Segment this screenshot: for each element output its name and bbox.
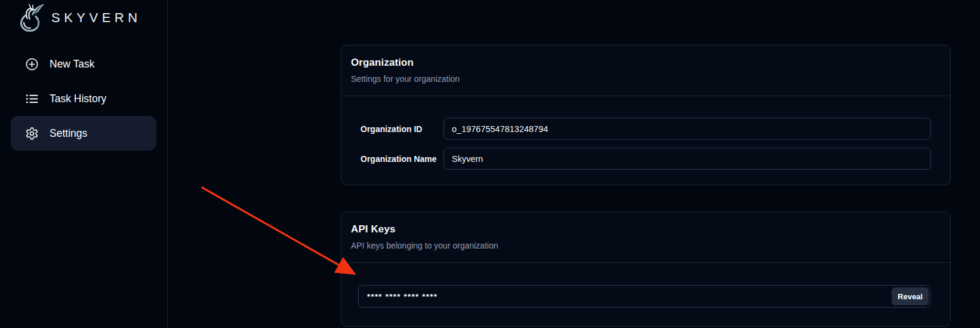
- api-keys-card-header: API Keys API keys belonging to your orga…: [341, 212, 950, 263]
- sidebar-item-settings[interactable]: Settings: [11, 116, 156, 151]
- sidebar-item-new-task[interactable]: New Task: [11, 47, 156, 81]
- organization-id-label: Organization ID: [360, 124, 443, 134]
- api-key-masked-input[interactable]: [358, 285, 930, 308]
- reveal-button[interactable]: Reveal: [892, 287, 929, 305]
- organization-id-input[interactable]: [443, 118, 931, 140]
- organization-card-subtitle: Settings for your organization: [351, 74, 941, 84]
- settings-page: SKYVERN New Task: [0, 0, 980, 328]
- organization-card-body: Organization ID Organization Name: [341, 96, 950, 185]
- organization-card-title: Organization: [351, 57, 941, 69]
- api-keys-card-subtitle: API keys belonging to your organization: [351, 241, 941, 250]
- api-keys-card-body: Reveal: [341, 263, 950, 326]
- organization-id-row: Organization ID: [360, 118, 931, 140]
- sidebar: SKYVERN New Task: [0, 0, 168, 328]
- sidebar-item-label: Task History: [50, 93, 106, 105]
- api-key-field: Reveal: [358, 285, 930, 308]
- sidebar-item-task-history[interactable]: Task History: [11, 81, 156, 116]
- main-content: Organization Settings for your organizat…: [341, 45, 951, 327]
- api-keys-card: API Keys API keys belonging to your orga…: [341, 211, 951, 327]
- api-keys-card-title: API Keys: [351, 223, 941, 235]
- gear-icon: [25, 127, 39, 140]
- list-icon: [25, 92, 39, 106]
- circle-plus-icon: [25, 57, 39, 71]
- app-logo-text: SKYVERN: [51, 10, 141, 26]
- sidebar-nav: New Task Task History: [11, 47, 156, 151]
- annotation-arrow: [202, 188, 351, 272]
- organization-name-label: Organization Name: [360, 154, 443, 164]
- sidebar-item-label: Settings: [50, 127, 87, 140]
- organization-card: Organization Settings for your organizat…: [341, 45, 951, 185]
- organization-name-input[interactable]: [443, 148, 931, 170]
- skyvern-dragon-logo-icon: [17, 2, 45, 33]
- app-logo[interactable]: SKYVERN: [0, 0, 167, 35]
- sidebar-item-label: New Task: [50, 58, 95, 70]
- organization-card-header: Organization Settings for your organizat…: [341, 45, 950, 96]
- organization-name-row: Organization Name: [360, 148, 931, 170]
